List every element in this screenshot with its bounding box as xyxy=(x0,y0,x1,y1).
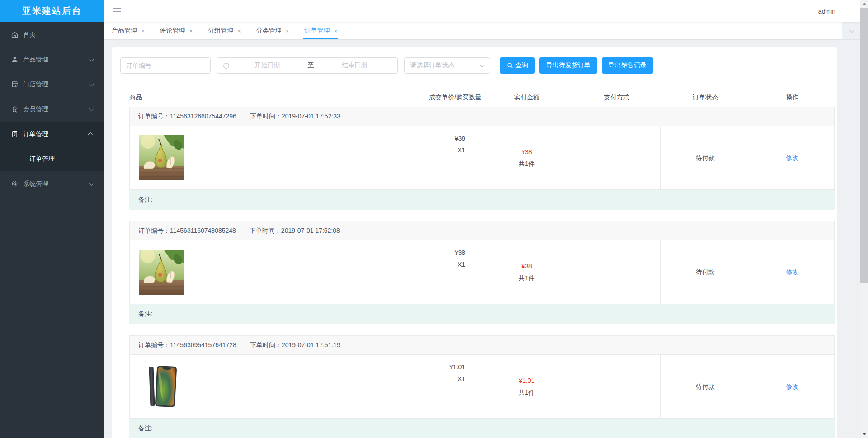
order-note-row: 备注: xyxy=(129,190,835,210)
close-icon[interactable]: × xyxy=(237,28,241,34)
order-status-cell: 待付款 xyxy=(660,355,750,418)
order-icon xyxy=(11,130,19,138)
close-icon[interactable]: × xyxy=(286,28,289,34)
date-range-picker[interactable]: 开始日期 至 结束日期 xyxy=(217,57,398,74)
tab-order-management[interactable]: 订单管理 × xyxy=(303,22,338,39)
order-no: 订单编号：1145631266075447296 xyxy=(138,113,236,121)
export-sales-records-button[interactable]: 导出销售记录 xyxy=(602,57,653,74)
unit-price-and-qty: ¥38 X1 xyxy=(455,126,481,189)
sidebar-toggle-icon[interactable] xyxy=(113,8,121,14)
col-header-price-qty: 成交单价/购买数量 xyxy=(429,94,481,102)
table-row: ¥1.01 X1 ¥1.01 共1件 xyxy=(129,355,835,419)
chevron-down-icon xyxy=(89,81,94,86)
sidebar-subitem-label: 订单管理 xyxy=(29,155,55,163)
sidebar: 亚米建站后台 首页 产品管理 门店管理 xyxy=(0,0,104,438)
user-icon xyxy=(11,56,19,63)
scrollbar-up-arrow[interactable] xyxy=(860,0,868,8)
paid-amount-cell: ¥38 共1件 xyxy=(481,126,572,189)
pay-method-cell xyxy=(572,355,660,418)
sidebar-item-label: 首页 xyxy=(23,31,93,39)
app-logo: 亚米建站后台 xyxy=(0,0,104,22)
status-badge: 待付款 xyxy=(696,266,715,278)
col-header-actions: 操作 xyxy=(750,94,835,102)
window-scrollbar[interactable] xyxy=(860,0,868,438)
order-note-row: 备注: xyxy=(129,419,835,438)
sidebar-group-orders: 订单管理 订单管理 xyxy=(0,122,104,171)
search-icon xyxy=(507,62,513,69)
close-icon[interactable]: × xyxy=(141,28,145,34)
export-pending-orders-button[interactable]: 导出待发货订单 xyxy=(539,57,597,74)
order-status-cell: 待付款 xyxy=(660,126,750,189)
scrollbar-down-arrow[interactable] xyxy=(860,430,868,438)
tab-category-management[interactable]: 分类管理 × xyxy=(255,22,290,39)
sidebar-subitem-order-management[interactable]: 订单管理 xyxy=(0,146,104,171)
table-row: ¥38 X1 ¥38 共1件 xyxy=(129,126,835,190)
sidebar-item-label: 会员管理 xyxy=(23,105,89,113)
unit-price-and-qty: ¥38 X1 xyxy=(455,240,481,304)
paid-amount: ¥1.01 xyxy=(519,375,534,386)
table-header-row: 商品 成交单价/购买数量 实付金额 支付方式 订单状态 操作 xyxy=(129,89,835,107)
home-icon xyxy=(11,31,19,38)
pear-product-photo xyxy=(139,250,184,295)
status-badge: 待付款 xyxy=(696,152,715,164)
sidebar-item-members[interactable]: 会员管理 xyxy=(0,97,104,122)
close-icon[interactable]: × xyxy=(334,28,337,34)
order-header: 订单编号：1145631160748085248 下单时间：2019-07-01… xyxy=(129,221,835,240)
order-group: 订单编号：1145630954157641728 下单时间：2019-07-01… xyxy=(129,335,835,438)
chevron-down-icon xyxy=(89,56,94,61)
tab-group-management[interactable]: 分组管理 × xyxy=(207,22,242,39)
date-end-placeholder: 结束日期 xyxy=(317,61,392,70)
chevron-down-icon xyxy=(89,106,94,111)
col-header-pay-method: 支付方式 xyxy=(572,94,661,102)
current-user[interactable]: admin xyxy=(818,8,835,15)
order-time: 下单时间：2019-07-01 17:51:19 xyxy=(250,341,340,349)
order-no-input[interactable] xyxy=(120,57,211,74)
order-no: 订单编号：1145630954157641728 xyxy=(138,341,236,349)
modify-link[interactable]: 修改 xyxy=(786,381,798,392)
unit-price-and-qty: ¥1.01 X1 xyxy=(449,355,481,418)
sidebar-item-home[interactable]: 首页 xyxy=(0,22,104,47)
sidebar-item-products[interactable]: 产品管理 xyxy=(0,47,104,72)
order-no: 订单编号：1145631160748085248 xyxy=(138,227,236,235)
quantity: X1 xyxy=(455,144,465,156)
actions-cell: 修改 xyxy=(750,240,834,304)
pay-method-cell xyxy=(572,240,660,304)
close-icon[interactable]: × xyxy=(189,28,193,34)
page-content: 开始日期 至 结束日期 请选择订单状态 查询 导出待发货订单 导出销售记录 xyxy=(104,40,860,438)
sidebar-item-system[interactable]: 系统管理 xyxy=(0,171,104,196)
unit-price: ¥1.01 xyxy=(449,361,465,373)
modify-link[interactable]: 修改 xyxy=(786,266,798,278)
sidebar-item-label: 产品管理 xyxy=(23,56,89,64)
pieces-count: 共1件 xyxy=(519,386,535,398)
search-button[interactable]: 查询 xyxy=(500,57,535,74)
pieces-count: 共1件 xyxy=(519,158,535,170)
order-header: 订单编号：1145630954157641728 下单时间：2019-07-01… xyxy=(129,335,835,355)
sidebar-item-label: 订单管理 xyxy=(23,130,89,138)
actions-cell: 修改 xyxy=(750,126,834,189)
chevron-down-icon xyxy=(849,28,854,33)
order-status-select[interactable]: 请选择订单状态 xyxy=(404,57,490,74)
pear-product-photo xyxy=(139,135,184,180)
tab-comment-management[interactable]: 评论管理 × xyxy=(159,22,194,39)
clock-icon xyxy=(223,62,230,69)
pay-method-cell xyxy=(572,126,660,189)
chevron-down-icon xyxy=(89,180,94,185)
quantity: X1 xyxy=(455,259,465,270)
order-time: 下单时间：2019-07-01 17:52:33 xyxy=(250,113,340,121)
order-status-cell: 待付款 xyxy=(660,240,750,304)
shop-icon xyxy=(11,80,19,88)
order-card: 开始日期 至 结束日期 请选择订单状态 查询 导出待发货订单 导出销售记录 xyxy=(112,47,837,438)
scrollbar-thumb[interactable] xyxy=(860,8,868,283)
col-header-order-status: 订单状态 xyxy=(661,94,750,102)
tab-list-dropdown-button[interactable] xyxy=(842,22,860,39)
sidebar-item-stores[interactable]: 门店管理 xyxy=(0,72,104,97)
modify-link[interactable]: 修改 xyxy=(786,152,798,164)
order-note-row: 备注: xyxy=(129,304,835,324)
unit-price: ¥38 xyxy=(455,132,465,144)
col-header-product: 商品 xyxy=(129,94,142,102)
filter-toolbar: 开始日期 至 结束日期 请选择订单状态 查询 导出待发货订单 导出销售记录 xyxy=(120,57,837,74)
paid-amount: ¥38 xyxy=(521,260,532,272)
sidebar-item-orders[interactable]: 订单管理 xyxy=(0,122,104,146)
top-header: admin xyxy=(104,0,860,22)
tab-product-management[interactable]: 产品管理 × xyxy=(111,22,146,39)
